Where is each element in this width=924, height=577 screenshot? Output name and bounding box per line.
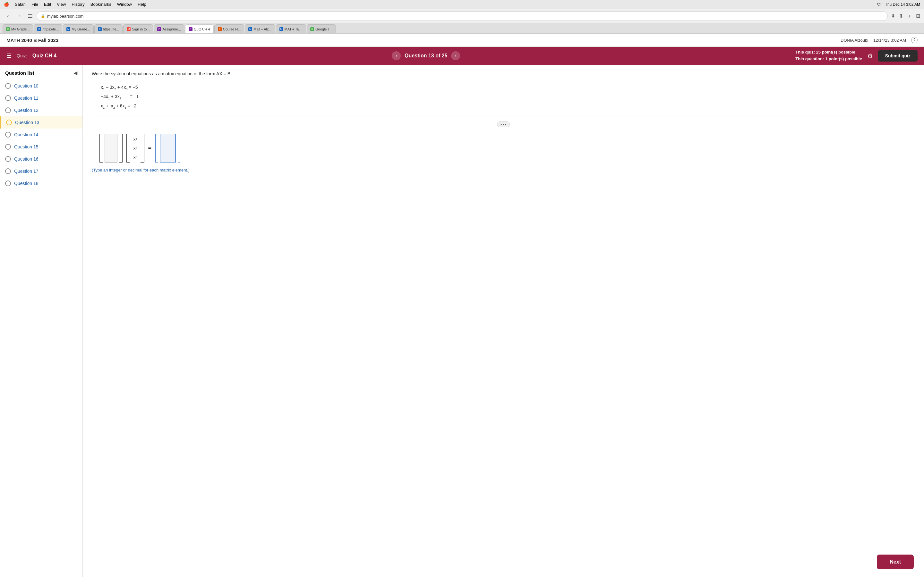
tab-1[interactable]: B https://le... bbox=[34, 24, 62, 33]
tab-favicon-7: C bbox=[218, 27, 222, 31]
q12-radio bbox=[5, 107, 11, 113]
q16-radio bbox=[5, 156, 11, 162]
tab-8[interactable]: M Mail – Alz... bbox=[245, 24, 275, 33]
equation-1: x1 − 3x2 + 4x3 = −5 bbox=[101, 83, 915, 92]
browser-toolbar[interactable]: ‹ › 🔒 mylab.pearson.com ⬇ ⬆ ＋ ⊞ bbox=[0, 9, 924, 23]
q12-label: Question 12 bbox=[14, 108, 39, 113]
next-question-button[interactable]: › bbox=[451, 51, 460, 60]
q13-radio bbox=[6, 119, 12, 125]
equation-3: x1 + x2 + 6x3 = −2 bbox=[101, 101, 915, 111]
menu-safari[interactable]: Safari bbox=[15, 2, 26, 7]
matrix-b[interactable] bbox=[155, 134, 180, 163]
tab-favicon-1: B bbox=[37, 27, 41, 31]
sidebar-item-q12[interactable]: Question 12 bbox=[0, 104, 82, 116]
tab-9[interactable]: M MATH TE... bbox=[276, 24, 306, 33]
share-icon[interactable]: ⬆ bbox=[899, 13, 903, 19]
apple-menu[interactable]: 🍎 bbox=[4, 2, 9, 7]
tab-5[interactable]: P Assignme... bbox=[153, 24, 184, 33]
svg-rect-0 bbox=[28, 15, 32, 15]
q11-radio bbox=[5, 95, 11, 101]
submit-quiz-button[interactable]: Submit quiz bbox=[878, 50, 918, 61]
user-name: DONIA Alzoubi bbox=[841, 38, 868, 43]
tab-favicon-3: B bbox=[98, 27, 102, 31]
sidebar-item-q16[interactable]: Question 16 bbox=[0, 153, 82, 165]
quiz-points-info: This quiz: 25 point(s) possible This que… bbox=[795, 49, 862, 63]
matrix-equation: x1 x2 x3 = bbox=[99, 134, 915, 163]
q11-label: Question 11 bbox=[14, 95, 39, 101]
settings-button[interactable]: ⚙ bbox=[867, 52, 873, 60]
mac-os-bar: 🍎 Safari File Edit View History Bookmark… bbox=[0, 0, 924, 9]
sidebar-toggle[interactable] bbox=[27, 13, 33, 19]
course-user-info: DONIA Alzoubi 12/14/23 3:02 AM ? bbox=[841, 37, 918, 43]
tab-label-5: Assignme... bbox=[162, 27, 181, 31]
menu-bookmarks[interactable]: Bookmarks bbox=[90, 2, 111, 7]
sidebar-item-q13[interactable]: Question 13 bbox=[0, 116, 82, 129]
matrix-a bbox=[99, 134, 123, 163]
sidebar-item-q11[interactable]: Question 11 bbox=[0, 92, 82, 104]
download-icon[interactable]: ⬇ bbox=[891, 13, 895, 19]
tab-label-4: Sign in to... bbox=[132, 27, 150, 31]
tab-favicon-2: M bbox=[66, 27, 70, 31]
q15-radio bbox=[5, 144, 11, 150]
tab-6[interactable]: P Quiz CH 4 bbox=[185, 24, 214, 33]
menu-help[interactable]: Help bbox=[137, 2, 146, 7]
question-list-title: Question list bbox=[5, 70, 34, 76]
next-button[interactable]: Next bbox=[877, 554, 914, 569]
tab-label-9: MATH TE... bbox=[284, 27, 302, 31]
answer-right-bracket bbox=[178, 134, 180, 163]
back-button[interactable]: ‹ bbox=[4, 12, 12, 20]
sidebar-item-q17[interactable]: Question 17 bbox=[0, 165, 82, 177]
collapse-sidebar-button[interactable]: ◀ bbox=[73, 70, 78, 76]
tab-10[interactable]: G Google T... bbox=[307, 24, 336, 33]
matrix-x-cells: x1 x2 x3 bbox=[132, 134, 139, 162]
tab-label-3: https://le... bbox=[103, 27, 120, 31]
tab-7[interactable]: C Course H... bbox=[214, 24, 244, 33]
sidebar-item-q18[interactable]: Question 18 bbox=[0, 177, 82, 189]
hint-text: (Type an integer or decimal for each mat… bbox=[92, 168, 915, 172]
sidebar-item-q15[interactable]: Question 15 bbox=[0, 141, 82, 153]
prev-question-button[interactable]: ‹ bbox=[392, 51, 401, 60]
menu-history[interactable]: History bbox=[71, 2, 84, 7]
q17-radio bbox=[5, 168, 11, 174]
question-navigation[interactable]: ‹ Question 13 of 25 › bbox=[392, 51, 460, 60]
help-button[interactable]: ? bbox=[911, 37, 918, 43]
sidebar-item-q10[interactable]: Question 10 bbox=[0, 80, 82, 92]
browser-tabs[interactable]: G My Grade... B https://le... M My Grade… bbox=[0, 23, 924, 33]
expand-dots-button[interactable]: • • • bbox=[497, 121, 510, 127]
tab-label-8: Mail – Alz... bbox=[254, 27, 271, 31]
quiz-header: ☰ Quiz: Quiz CH 4 ‹ Question 13 of 25 › … bbox=[0, 47, 924, 65]
hamburger-menu[interactable]: ☰ bbox=[6, 52, 11, 59]
forward-button[interactable]: › bbox=[15, 12, 24, 20]
tab-favicon-5: P bbox=[157, 27, 161, 31]
tab-label-7: Course H... bbox=[223, 27, 241, 31]
svg-rect-1 bbox=[28, 16, 32, 16]
answer-left-bracket bbox=[155, 134, 158, 163]
toolbar-icons[interactable]: ⬇ ⬆ ＋ ⊞ bbox=[891, 13, 920, 19]
tab-favicon-0: G bbox=[6, 27, 10, 31]
quiz-name-label: Quiz CH 4 bbox=[32, 53, 57, 59]
tab-2[interactable]: M My Grade... bbox=[63, 24, 94, 33]
shield-icon: 🛡 bbox=[877, 2, 881, 7]
q14-radio bbox=[5, 132, 11, 137]
tab-4[interactable]: M Sign in to... bbox=[123, 24, 153, 33]
q14-label: Question 14 bbox=[14, 132, 39, 137]
menu-edit[interactable]: Edit bbox=[44, 2, 51, 7]
mac-menu-bar[interactable]: 🍎 Safari File Edit View History Bookmark… bbox=[4, 2, 146, 7]
tab-favicon-4: M bbox=[127, 27, 131, 31]
menu-view[interactable]: View bbox=[57, 2, 66, 7]
sidebar-item-q14[interactable]: Question 14 bbox=[0, 129, 82, 141]
menu-file[interactable]: File bbox=[31, 2, 38, 7]
tab-3[interactable]: B https://le... bbox=[94, 24, 123, 33]
address-bar[interactable]: 🔒 mylab.pearson.com bbox=[37, 11, 888, 21]
tab-overview-icon[interactable]: ⊞ bbox=[916, 13, 920, 19]
matrix-a-input[interactable] bbox=[105, 134, 118, 163]
tab-0[interactable]: G My Grade... bbox=[3, 24, 33, 33]
matrix-right-bracket-x bbox=[141, 134, 144, 163]
course-title: MATH 2040 B Fall 2023 bbox=[6, 37, 58, 43]
lock-icon: 🔒 bbox=[41, 14, 45, 18]
answer-input-box[interactable] bbox=[160, 134, 176, 163]
q18-radio bbox=[5, 181, 11, 186]
new-tab-icon[interactable]: ＋ bbox=[907, 13, 912, 19]
question-list-sidebar: Question list ◀ Question 10 Question 11 … bbox=[0, 65, 83, 577]
menu-window[interactable]: Window bbox=[117, 2, 132, 7]
